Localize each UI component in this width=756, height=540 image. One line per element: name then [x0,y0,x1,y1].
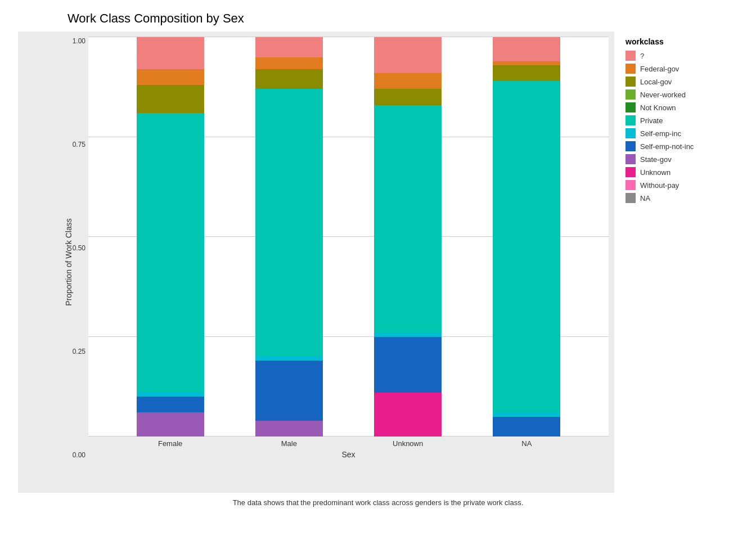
legend-item-state-gov: State-gov [626,154,738,164]
x-tick-na: NA [493,439,560,448]
y-tick-100: 1.00 [63,37,88,45]
x-tick-male: Male [255,439,323,448]
y-tick-50: 0.50 [63,244,88,252]
legend-label-local-gov: Local-gov [640,78,672,86]
chart-caption: The data shows that the predominant work… [97,498,659,507]
grid-and-bars [88,37,609,436]
x-axis-label: Sex [88,450,609,459]
x-tick-female: Female [137,439,204,448]
legend-item-without-pay: Without-pay [626,180,738,190]
legend-label-state-gov: State-gov [640,155,672,164]
legend-color-self-emp-inc [626,128,636,138]
legend-color-local-gov [626,76,636,87]
legend-color-question [626,51,636,61]
segment-male-self-not-inc [255,361,323,421]
legend-label-without-pay: Without-pay [640,181,679,190]
chart-area: Proportion of Work Class 0.00 0.25 0.50 … [18,32,738,493]
legend-color-never-worked [626,89,636,100]
legend-item-question: ? [626,51,738,61]
stacked-bar-female [137,37,204,436]
bar-group-male [255,37,323,436]
stacked-bar-na [493,37,560,436]
y-tick-75: 0.75 [63,141,88,148]
legend-item-not-known: Not Known [626,102,738,112]
segment-female-private [137,113,204,393]
segment-male-question [255,37,323,57]
segment-female-federal-gov [137,69,204,85]
x-tick-unknown: Unknown [374,439,442,448]
bars-container [88,37,609,436]
legend-item-unknown: Unknown [626,167,738,177]
segment-female-self-inc [137,393,204,397]
x-axis: Female Male Unknown NA [88,439,609,448]
main-bars-area: Female Male Unknown NA Sex [88,37,609,459]
segment-na-question [493,37,560,61]
legend-label-self-emp-not-inc: Self-emp-not-inc [640,142,694,151]
segment-male-self-inc [255,357,323,361]
legend-label-never-worked: Never-worked [640,91,686,99]
legend-label-private: Private [640,116,663,125]
stacked-bar-unknown [374,37,442,436]
segment-female-local-gov [137,85,204,113]
segment-unknown-self-not-inc [374,337,442,393]
legend-color-private [626,115,636,125]
plot-inner-wrapper: 0.00 0.25 0.50 0.75 1.00 [63,37,609,459]
legend: workclass ? Federal-gov Local-gov Never-… [614,32,738,493]
segment-na-federal-gov [493,61,560,65]
bar-group-na [493,37,560,436]
segment-unknown-self-inc [374,332,442,336]
chart-title: Work Class Composition by Sex [68,11,244,26]
legend-color-not-known [626,102,636,112]
legend-label-question: ? [640,52,644,60]
segment-male-federal-gov [255,57,323,69]
segment-female-self-not-inc [137,397,204,412]
legend-label-na: NA [640,194,650,202]
plot-container: Proportion of Work Class 0.00 0.25 0.50 … [18,32,614,493]
segment-na-private [493,81,560,412]
legend-item-local-gov: Local-gov [626,76,738,87]
y-ticks-col: 0.00 0.25 0.50 0.75 1.00 [63,37,88,459]
y-tick-25: 0.25 [63,348,88,356]
legend-label-not-known: Not Known [640,104,676,112]
bar-group-female [137,37,204,436]
legend-item-na: NA [626,193,738,203]
legend-label-unknown: Unknown [640,168,670,177]
legend-color-federal-gov [626,64,636,74]
legend-item-self-emp-inc: Self-emp-inc [626,128,738,138]
bar-group-unknown [374,37,442,436]
segment-unknown-question [374,37,442,73]
segment-unknown-unknown [374,393,442,436]
stacked-bar-male [255,37,323,436]
segment-unknown-federal-gov [374,73,442,89]
legend-item-private: Private [626,115,738,125]
segment-na-local-gov [493,65,560,81]
legend-color-without-pay [626,180,636,190]
segment-na-self-inc [493,412,560,416]
legend-label-federal-gov: Federal-gov [640,65,679,73]
legend-item-self-emp-not-inc: Self-emp-not-inc [626,141,738,151]
segment-unknown-local-gov [374,89,442,105]
legend-color-state-gov [626,154,636,164]
y-tick-0: 0.00 [63,451,88,459]
segment-male-state-gov [255,421,323,436]
legend-color-unknown [626,167,636,177]
segment-male-private [255,89,323,357]
segment-male-local-gov [255,69,323,89]
legend-color-na [626,193,636,203]
legend-title: workclass [626,37,738,46]
legend-color-self-emp-not-inc [626,141,636,151]
segment-female-state-gov [137,412,204,436]
segment-unknown-private [374,105,442,333]
legend-label-self-emp-inc: Self-emp-inc [640,129,681,138]
legend-item-never-worked: Never-worked [626,89,738,100]
segment-female-question [137,37,204,69]
segment-na-self-not-inc [493,417,560,437]
legend-item-federal-gov: Federal-gov [626,64,738,74]
